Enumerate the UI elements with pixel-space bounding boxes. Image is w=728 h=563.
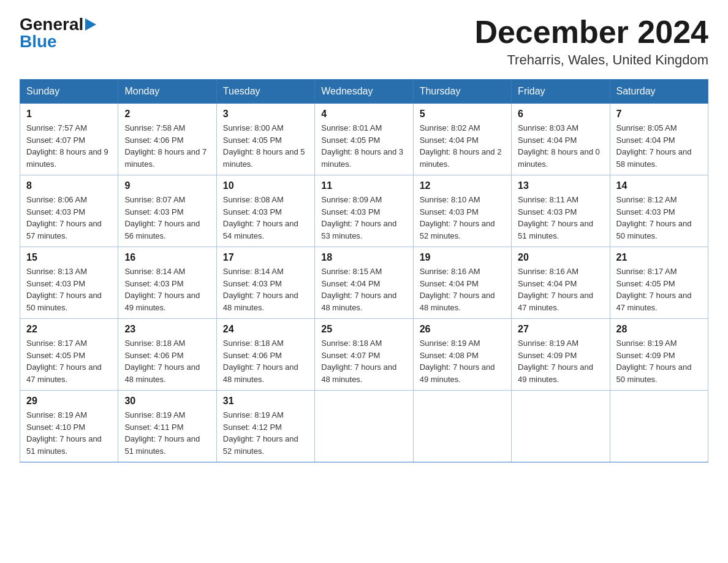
day-number: 26 <box>420 324 505 335</box>
calendar-cell: 12Sunrise: 8:10 AMSunset: 4:03 PMDayligh… <box>413 175 511 247</box>
day-info: Sunrise: 8:06 AMSunset: 4:03 PMDaylight:… <box>26 194 112 242</box>
calendar-cell: 2Sunrise: 7:58 AMSunset: 4:06 PMDaylight… <box>118 104 216 175</box>
header-friday: Friday <box>512 80 610 104</box>
day-number: 21 <box>616 252 702 263</box>
header-thursday: Thursday <box>413 80 511 104</box>
calendar-body: 1Sunrise: 7:57 AMSunset: 4:07 PMDaylight… <box>20 104 708 462</box>
day-info: Sunrise: 8:18 AMSunset: 4:06 PMDaylight:… <box>223 337 308 385</box>
day-number: 4 <box>321 109 406 120</box>
day-info: Sunrise: 8:14 AMSunset: 4:03 PMDaylight:… <box>124 266 210 313</box>
day-info: Sunrise: 8:14 AMSunset: 4:03 PMDaylight:… <box>223 266 308 313</box>
calendar-cell: 6Sunrise: 8:03 AMSunset: 4:04 PMDaylight… <box>512 104 610 175</box>
header-saturday: Saturday <box>610 80 708 104</box>
day-info: Sunrise: 8:18 AMSunset: 4:06 PMDaylight:… <box>124 337 210 385</box>
day-number: 22 <box>26 324 112 335</box>
day-info: Sunrise: 8:19 AMSunset: 4:10 PMDaylight:… <box>26 409 112 457</box>
day-number: 31 <box>223 396 308 407</box>
day-info: Sunrise: 8:09 AMSunset: 4:03 PMDaylight:… <box>321 194 406 242</box>
day-info: Sunrise: 8:17 AMSunset: 4:05 PMDaylight:… <box>26 337 112 385</box>
day-info: Sunrise: 8:10 AMSunset: 4:03 PMDaylight:… <box>420 194 505 242</box>
calendar-cell <box>512 391 610 462</box>
calendar-cell: 13Sunrise: 8:11 AMSunset: 4:03 PMDayligh… <box>512 175 610 247</box>
calendar-cell: 9Sunrise: 8:07 AMSunset: 4:03 PMDaylight… <box>118 175 216 247</box>
header-monday: Monday <box>118 80 216 104</box>
weekday-header-row: Sunday Monday Tuesday Wednesday Thursday… <box>20 80 708 104</box>
day-number: 20 <box>518 252 603 263</box>
day-number: 11 <box>321 180 406 191</box>
location-subtitle: Treharris, Wales, United Kingdom <box>474 52 708 68</box>
day-number: 13 <box>518 180 603 191</box>
day-info: Sunrise: 8:16 AMSunset: 4:04 PMDaylight:… <box>518 266 603 313</box>
week-row-1: 1Sunrise: 7:57 AMSunset: 4:07 PMDaylight… <box>20 104 708 175</box>
day-info: Sunrise: 8:19 AMSunset: 4:09 PMDaylight:… <box>518 337 603 385</box>
day-number: 30 <box>124 396 210 407</box>
month-title: December 2024 <box>474 15 708 50</box>
calendar-cell: 23Sunrise: 8:18 AMSunset: 4:06 PMDayligh… <box>118 319 216 391</box>
day-info: Sunrise: 7:57 AMSunset: 4:07 PMDaylight:… <box>26 122 112 170</box>
day-number: 24 <box>223 324 308 335</box>
day-info: Sunrise: 8:05 AMSunset: 4:04 PMDaylight:… <box>616 122 702 170</box>
calendar-cell: 15Sunrise: 8:13 AMSunset: 4:03 PMDayligh… <box>20 247 118 319</box>
calendar-cell <box>610 391 708 462</box>
day-number: 16 <box>124 252 210 263</box>
calendar-cell: 1Sunrise: 7:57 AMSunset: 4:07 PMDaylight… <box>20 104 118 175</box>
calendar-cell: 25Sunrise: 8:18 AMSunset: 4:07 PMDayligh… <box>315 319 413 391</box>
calendar-cell: 16Sunrise: 8:14 AMSunset: 4:03 PMDayligh… <box>118 247 216 319</box>
day-number: 19 <box>420 252 505 263</box>
day-number: 2 <box>124 109 210 120</box>
calendar-cell: 26Sunrise: 8:19 AMSunset: 4:08 PMDayligh… <box>413 319 511 391</box>
calendar-cell <box>413 391 511 462</box>
calendar-cell: 24Sunrise: 8:18 AMSunset: 4:06 PMDayligh… <box>216 319 314 391</box>
day-info: Sunrise: 8:16 AMSunset: 4:04 PMDaylight:… <box>420 266 505 313</box>
day-info: Sunrise: 8:03 AMSunset: 4:04 PMDaylight:… <box>518 122 603 170</box>
day-info: Sunrise: 8:13 AMSunset: 4:03 PMDaylight:… <box>26 266 112 313</box>
day-number: 25 <box>321 324 406 335</box>
header-wednesday: Wednesday <box>315 80 413 104</box>
calendar-cell: 17Sunrise: 8:14 AMSunset: 4:03 PMDayligh… <box>216 247 314 319</box>
day-info: Sunrise: 8:17 AMSunset: 4:05 PMDaylight:… <box>616 266 702 313</box>
day-number: 5 <box>420 109 505 120</box>
day-info: Sunrise: 8:11 AMSunset: 4:03 PMDaylight:… <box>518 194 603 242</box>
calendar-cell: 4Sunrise: 8:01 AMSunset: 4:05 PMDaylight… <box>315 104 413 175</box>
day-info: Sunrise: 8:15 AMSunset: 4:04 PMDaylight:… <box>321 266 406 313</box>
calendar-cell: 27Sunrise: 8:19 AMSunset: 4:09 PMDayligh… <box>512 319 610 391</box>
day-number: 1 <box>26 109 112 120</box>
day-number: 8 <box>26 180 112 191</box>
day-number: 10 <box>223 180 308 191</box>
day-number: 28 <box>616 324 702 335</box>
calendar-cell: 18Sunrise: 8:15 AMSunset: 4:04 PMDayligh… <box>315 247 413 319</box>
day-number: 7 <box>616 109 702 120</box>
day-number: 14 <box>616 180 702 191</box>
week-row-4: 22Sunrise: 8:17 AMSunset: 4:05 PMDayligh… <box>20 319 708 391</box>
day-number: 18 <box>321 252 406 263</box>
calendar-cell: 8Sunrise: 8:06 AMSunset: 4:03 PMDaylight… <box>20 175 118 247</box>
calendar-cell: 20Sunrise: 8:16 AMSunset: 4:04 PMDayligh… <box>512 247 610 319</box>
day-info: Sunrise: 8:12 AMSunset: 4:03 PMDaylight:… <box>616 194 702 242</box>
day-number: 15 <box>26 252 112 263</box>
day-info: Sunrise: 8:01 AMSunset: 4:05 PMDaylight:… <box>321 122 406 170</box>
day-number: 17 <box>223 252 308 263</box>
calendar-cell: 3Sunrise: 8:00 AMSunset: 4:05 PMDaylight… <box>216 104 314 175</box>
logo-blue-text: Blue <box>20 32 57 52</box>
day-info: Sunrise: 8:02 AMSunset: 4:04 PMDaylight:… <box>420 122 505 170</box>
day-info: Sunrise: 8:08 AMSunset: 4:03 PMDaylight:… <box>223 194 308 242</box>
day-number: 29 <box>26 396 112 407</box>
day-number: 3 <box>223 109 308 120</box>
day-info: Sunrise: 7:58 AMSunset: 4:06 PMDaylight:… <box>124 122 210 170</box>
day-number: 23 <box>124 324 210 335</box>
calendar-cell: 14Sunrise: 8:12 AMSunset: 4:03 PMDayligh… <box>610 175 708 247</box>
week-row-5: 29Sunrise: 8:19 AMSunset: 4:10 PMDayligh… <box>20 391 708 462</box>
calendar-cell: 21Sunrise: 8:17 AMSunset: 4:05 PMDayligh… <box>610 247 708 319</box>
day-number: 9 <box>124 180 210 191</box>
calendar-cell: 28Sunrise: 8:19 AMSunset: 4:09 PMDayligh… <box>610 319 708 391</box>
calendar-cell: 31Sunrise: 8:19 AMSunset: 4:12 PMDayligh… <box>216 391 314 462</box>
day-info: Sunrise: 8:19 AMSunset: 4:12 PMDaylight:… <box>223 409 308 457</box>
calendar-header: Sunday Monday Tuesday Wednesday Thursday… <box>20 80 708 104</box>
title-area: December 2024 Treharris, Wales, United K… <box>474 15 708 68</box>
day-info: Sunrise: 8:19 AMSunset: 4:09 PMDaylight:… <box>616 337 702 385</box>
calendar-cell: 30Sunrise: 8:19 AMSunset: 4:11 PMDayligh… <box>118 391 216 462</box>
calendar-cell: 11Sunrise: 8:09 AMSunset: 4:03 PMDayligh… <box>315 175 413 247</box>
day-info: Sunrise: 8:00 AMSunset: 4:05 PMDaylight:… <box>223 122 308 170</box>
page-header: General Blue December 2024 Treharris, Wa… <box>20 15 708 68</box>
calendar-table: Sunday Monday Tuesday Wednesday Thursday… <box>20 79 708 462</box>
